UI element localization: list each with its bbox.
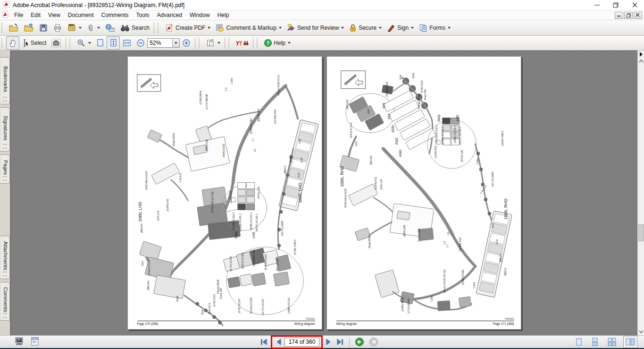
svg-text:(9 YE) XC207: (9 YE) XC207	[238, 298, 241, 313]
svg-text:(30 GY) A06P: (30 GY) A06P	[491, 171, 494, 187]
create-pdf-button[interactable]: Create PDF	[162, 21, 213, 34]
zoom-tool-button[interactable]	[74, 36, 93, 50]
wiring-diagram-right: (Trailer) X104R04X00A(9 W) X10S(Fan) S96…	[327, 57, 521, 329]
fit-page-button[interactable]	[107, 36, 120, 50]
minimize-button[interactable]	[587, 0, 606, 10]
menu-file[interactable]: File	[10, 11, 27, 19]
first-page-button[interactable]	[259, 338, 269, 346]
comment-markup-button[interactable]: Comment & Markup	[213, 21, 284, 34]
toolbar-grip[interactable]	[257, 38, 259, 48]
previous-page-button[interactable]	[274, 338, 283, 346]
next-view-button[interactable]	[368, 337, 380, 347]
menu-tools[interactable]: Tools	[133, 11, 153, 19]
svg-text:X00A: X00A	[411, 72, 414, 78]
yahoo-messenger-button[interactable]: Y!	[233, 38, 251, 49]
menu-window[interactable]: Window	[186, 11, 214, 19]
zoom-out-button[interactable]	[134, 37, 147, 49]
svg-text:(Door) XC105 (TLS0): (Door) XC105 (TLS0)	[443, 270, 445, 293]
svg-text:AUX: AUX	[297, 172, 300, 178]
actual-size-button[interactable]	[93, 36, 107, 50]
sidebar-tab-bookmarks[interactable]: Bookmarks	[0, 57, 10, 104]
doc-restore-button[interactable]	[624, 12, 633, 19]
zoom-level-input[interactable]	[148, 39, 172, 47]
close-button[interactable]	[625, 0, 644, 10]
hand-tool-button[interactable]	[6, 36, 19, 50]
secure-button[interactable]: Secure	[346, 21, 384, 34]
svg-text:1.6: 1.6	[253, 149, 256, 152]
svg-text:(25BL) XC131 1: (25BL) XC131 1	[250, 213, 252, 230]
create-pdf-label: Create PDF	[176, 25, 205, 31]
page-number-field[interactable]	[284, 338, 319, 347]
menu-advanced[interactable]: Advanced	[153, 11, 186, 19]
svg-text:(25BK) XC213: (25BK) XC213	[287, 298, 290, 313]
hide-panel-arrow-button[interactable]	[638, 51, 644, 58]
svg-text:(12GN) XC208: (12GN) XC208	[250, 298, 252, 314]
send-review-button[interactable]: Send for Review	[284, 21, 346, 34]
svg-text:(CoF6) R11: (CoF6) R11	[434, 145, 437, 158]
menu-view[interactable]: View	[44, 11, 64, 19]
open-web-button[interactable]	[21, 21, 36, 34]
sidebar-tab-signatures[interactable]: Signatures	[0, 107, 10, 152]
doc-close-button[interactable]	[634, 12, 642, 19]
scrollbar-track[interactable]	[638, 65, 644, 328]
zoom-in-button[interactable]	[180, 37, 193, 49]
last-page-button[interactable]	[335, 338, 345, 346]
scroll-up-button[interactable]	[638, 58, 644, 65]
svg-text:(3 BR) B61R: (3 BR) B61R	[401, 297, 404, 311]
email-button[interactable]	[102, 21, 117, 34]
menu-comments[interactable]: Comments	[98, 11, 133, 19]
pdf-doc-icon[interactable]	[2, 11, 8, 19]
search-button[interactable]: Search	[117, 22, 152, 34]
help-button[interactable]: ?Help	[261, 37, 293, 49]
attach-button[interactable]	[84, 21, 102, 34]
zoom-level-combo	[147, 38, 180, 48]
menu-help[interactable]: Help	[214, 11, 233, 19]
svg-text:(21 BN) XNS: (21 BN) XNS	[274, 109, 276, 123]
document-area[interactable]: (2 BR) B61R(2 GY) B60NF1.41.30A(Door) X1…	[10, 51, 637, 335]
snapshot-button[interactable]	[49, 36, 64, 50]
forms-button[interactable]: Forms	[416, 21, 453, 34]
svg-text:(B6) A01: (B6) A01	[140, 223, 142, 233]
svg-text:1000, LHD: 1000, LHD	[297, 182, 302, 203]
svg-text:1.34A: 1.34A	[430, 296, 433, 302]
toolbar-grip[interactable]	[158, 23, 160, 33]
svg-text:(CoF6) R11: (CoF6) R11	[374, 177, 376, 190]
scrollbar-thumb[interactable]	[638, 224, 644, 241]
doc-minimize-button[interactable]	[615, 12, 623, 19]
toolbar-grip[interactable]	[228, 38, 231, 48]
page-display-button[interactable]	[203, 36, 223, 50]
layout-pane-icon[interactable]	[30, 337, 40, 348]
facing-pages-button[interactable]	[623, 336, 637, 348]
next-page-button[interactable]	[325, 338, 333, 346]
previous-view-button[interactable]	[353, 337, 366, 347]
open-button[interactable]	[6, 21, 21, 34]
continuous-facing-button[interactable]	[605, 336, 619, 348]
scroll-down-button[interactable]	[638, 328, 644, 335]
sidebar-tab-pages[interactable]: Pages	[0, 154, 10, 184]
print-button[interactable]	[50, 21, 65, 34]
sidebar-tab-comments[interactable]: Comments	[0, 282, 10, 321]
save-button[interactable]	[36, 21, 50, 34]
sidebar-tab-attachments[interactable]: Attachments	[0, 236, 10, 279]
yahoo-label: Y!	[235, 40, 242, 47]
fit-width-button[interactable]	[120, 36, 134, 50]
svg-text:BBEC2: BBEC2	[289, 154, 292, 162]
svg-text:(25BL) XC131 1: (25BL) XC131 1	[453, 126, 456, 143]
svg-text:AUX: AUX	[300, 157, 302, 162]
svg-text:(Trailer) X104: (Trailer) X104	[385, 82, 388, 96]
svg-text:(Rain) B243: (Rain) B243	[172, 133, 175, 146]
menu-document[interactable]: Document	[64, 11, 98, 19]
toolbar-grip[interactable]	[69, 38, 72, 48]
toolbar-grip[interactable]	[1, 38, 4, 48]
sign-button[interactable]: Sign	[384, 21, 416, 34]
select-tool-button[interactable]: Select	[19, 37, 49, 49]
zoom-level-caret[interactable]	[172, 39, 179, 47]
document-status-icon[interactable]	[14, 337, 25, 348]
menu-edit[interactable]: Edit	[27, 11, 44, 19]
toolbar-grip[interactable]	[199, 38, 201, 48]
single-page-button[interactable]	[573, 336, 585, 348]
organizer-button[interactable]	[65, 21, 84, 34]
restore-button[interactable]	[606, 0, 625, 10]
toolbar-grip[interactable]	[1, 23, 4, 33]
continuous-page-button[interactable]	[589, 336, 601, 348]
